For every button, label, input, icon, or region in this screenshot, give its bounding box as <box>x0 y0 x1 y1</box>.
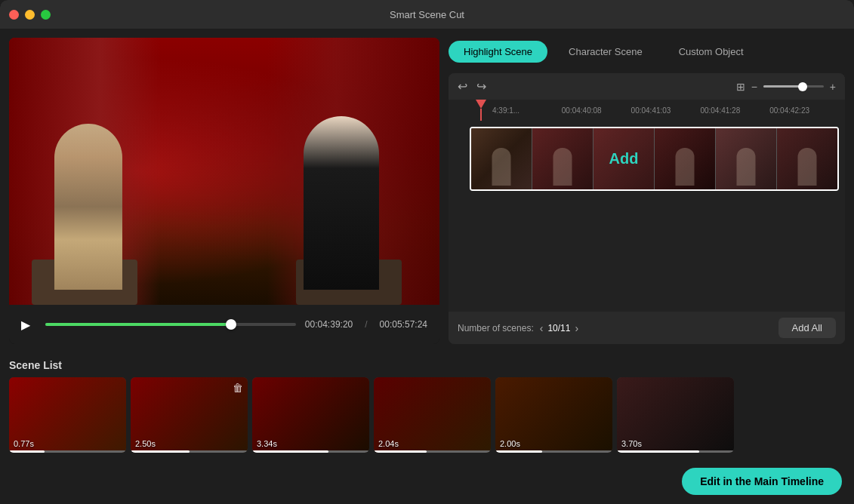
progress-thumb[interactable] <box>226 319 236 330</box>
scene-duration: 3.70s <box>621 439 642 448</box>
title-bar: Smart Scene Cut <box>0 0 854 29</box>
app-title: Smart Scene Cut <box>390 9 464 20</box>
video-preview <box>9 38 439 305</box>
scenes-next-button[interactable]: › <box>575 322 578 334</box>
right-panel: Highlight Scene Character Scene Custom O… <box>449 38 845 344</box>
close-button[interactable] <box>9 10 19 20</box>
playhead-line <box>480 109 482 121</box>
scene-duration: 2.50s <box>135 439 156 448</box>
zoom-slider[interactable] <box>763 85 824 88</box>
zoom-controls: ⊞ − + <box>736 81 836 93</box>
timeline-area: ↩ ↪ ⊞ − + <box>449 73 845 344</box>
scene-thumb-2 <box>532 128 593 189</box>
ruler-time-2: 00:04:41:03 <box>631 106 701 115</box>
list-item[interactable]: 2.50s 🗑 <box>131 377 248 453</box>
tabs-row: Highlight Scene Character Scene Custom O… <box>449 38 845 66</box>
timeline-toolbar: ↩ ↪ ⊞ − + <box>449 73 845 100</box>
maximize-button[interactable] <box>41 10 51 20</box>
edit-timeline-button[interactable]: Edit in the Main Timeline <box>682 468 842 495</box>
scene-list-title: Scene List <box>9 353 845 377</box>
scene-list-section: Scene List 0.77s 2.50s 🗑 3.34s 2.04s 2.0 <box>0 353 854 474</box>
total-time: 00:05:57:24 <box>380 319 427 330</box>
redo-icon[interactable]: ↪ <box>476 79 486 94</box>
main-content: ▶ 00:04:39:20 / 00:05:57:24 Highlight Sc… <box>0 29 854 353</box>
scene-duration: 3.34s <box>257 439 277 448</box>
grid-icon[interactable]: ⊞ <box>736 81 745 93</box>
scene-strip: Add <box>470 127 839 191</box>
list-item[interactable]: 3.70s <box>617 377 734 453</box>
minimize-button[interactable] <box>25 10 35 20</box>
video-frame <box>9 38 439 305</box>
tab-character[interactable]: Character Scene <box>553 41 658 63</box>
tab-custom[interactable]: Custom Object <box>664 41 759 63</box>
scene-thumb-5 <box>716 128 777 189</box>
ruler-time-4: 00:04:42:23 <box>769 106 839 115</box>
scenes-prev-button[interactable]: ‹ <box>540 322 544 334</box>
time-separator: / <box>362 319 370 330</box>
undo-icon[interactable]: ↩ <box>458 79 467 94</box>
video-controls: ▶ 00:04:39:20 / 00:05:57:24 <box>9 305 439 344</box>
current-time: 00:04:39:20 <box>305 319 353 330</box>
list-item[interactable]: 3.34s <box>252 377 369 453</box>
scene-duration: 2.04s <box>378 439 399 448</box>
add-all-button[interactable]: Add All <box>778 318 836 338</box>
scene-thumb-3: Add <box>593 128 655 189</box>
scene-thumb-4 <box>655 128 716 189</box>
progress-fill <box>45 323 231 326</box>
bottom-bar: Edit in the Main Timeline <box>682 468 842 495</box>
list-item[interactable]: 2.00s <box>495 377 612 453</box>
ruler-time-3: 00:04:41:28 <box>700 106 769 115</box>
tab-highlight[interactable]: Highlight Scene <box>449 41 547 63</box>
ruler-time-0: 4:39:1... <box>492 106 562 115</box>
video-panel: ▶ 00:04:39:20 / 00:05:57:24 <box>9 38 439 344</box>
scenes-count: 10/11 <box>547 323 570 333</box>
scene-thumb-1 <box>471 128 532 189</box>
timeline-ruler: 4:39:1... 00:04:40:08 00:04:41:03 00:04:… <box>449 100 845 121</box>
delete-scene-icon[interactable]: 🗑 <box>233 382 243 394</box>
list-item[interactable]: 2.04s <box>374 377 491 453</box>
timeline-tracks: Add <box>449 121 845 312</box>
ruler-times: 4:39:1... 00:04:40:08 00:04:41:03 00:04:… <box>492 106 839 115</box>
traffic-lights <box>9 10 51 20</box>
add-scene-button[interactable]: Add <box>609 150 639 167</box>
playhead[interactable] <box>476 100 486 121</box>
scene-list-scroll: 0.77s 2.50s 🗑 3.34s 2.04s 2.00s 3.70s <box>9 377 845 456</box>
scene-duration: 2.00s <box>500 439 520 448</box>
scenes-label: Number of scenes: <box>458 323 534 333</box>
list-item[interactable]: 0.77s <box>9 377 126 453</box>
zoom-in-icon[interactable]: + <box>830 81 836 93</box>
scene-thumb-6 <box>777 128 837 189</box>
scenes-footer: Number of scenes: ‹ 10/11 › Add All <box>449 312 845 344</box>
progress-bar[interactable] <box>45 323 296 326</box>
scene-duration: 0.77s <box>14 439 34 448</box>
playhead-marker <box>476 100 486 109</box>
zoom-out-icon[interactable]: − <box>751 81 757 93</box>
ruler-time-1: 00:04:40:08 <box>562 106 631 115</box>
scenes-nav: ‹ 10/11 › <box>540 322 578 334</box>
play-button[interactable]: ▶ <box>21 318 36 332</box>
